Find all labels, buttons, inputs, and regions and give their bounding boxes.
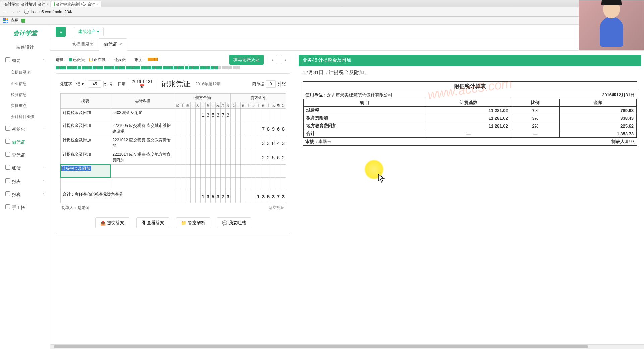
browser-tab[interactable]: 会计学堂实操中心_会计 × xyxy=(51,1,101,7)
digit-cell[interactable] xyxy=(175,109,180,121)
digit-cell[interactable] xyxy=(220,136,225,150)
digit-cell[interactable] xyxy=(251,178,256,190)
digit-cell[interactable] xyxy=(220,178,225,190)
digit-cell[interactable] xyxy=(225,136,230,150)
digit-cell[interactable] xyxy=(251,121,256,136)
digit-cell[interactable] xyxy=(235,178,240,190)
digit-cell[interactable] xyxy=(200,121,205,136)
digit-cell[interactable] xyxy=(215,178,220,190)
digit-cell[interactable] xyxy=(240,190,246,203)
browser-tab[interactable]: 会计学堂_会计培训_会计 × xyxy=(0,1,50,7)
digit-cell[interactable] xyxy=(195,150,200,165)
digit-cell[interactable] xyxy=(175,165,180,178)
digit-cell[interactable]: 5 xyxy=(271,150,276,165)
digit-cell[interactable] xyxy=(235,150,240,165)
digit-cell[interactable] xyxy=(256,150,261,165)
digit-cell[interactable]: 8 xyxy=(281,121,286,136)
digit-cell[interactable]: 5 xyxy=(266,190,271,203)
digit-cell[interactable] xyxy=(240,178,246,190)
digit-cell[interactable] xyxy=(190,190,195,203)
digit-cell[interactable] xyxy=(240,109,246,121)
digit-cell[interactable] xyxy=(195,109,200,121)
digit-cell[interactable]: 3 xyxy=(215,109,220,121)
digit-cell[interactable] xyxy=(225,165,230,178)
forward-icon[interactable]: → xyxy=(10,9,15,15)
prev-button[interactable]: ‹ xyxy=(268,55,277,64)
digit-cell[interactable] xyxy=(246,136,251,150)
bookmark-icon[interactable] xyxy=(21,19,25,23)
sidebar-sub-item[interactable]: 会计科目概要 xyxy=(0,111,50,122)
digit-cell[interactable] xyxy=(185,136,190,150)
sidebar-item[interactable]: 手工帐 xyxy=(0,201,50,214)
digit-cell[interactable]: 3 xyxy=(281,190,286,203)
account-cell[interactable]: 5403 税金及附加 xyxy=(110,109,175,121)
digit-cell[interactable] xyxy=(185,165,190,178)
digit-cell[interactable] xyxy=(195,121,200,136)
digit-cell[interactable]: 1 xyxy=(200,109,205,121)
digit-cell[interactable]: 6 xyxy=(276,121,281,136)
digit-cell[interactable]: 2 xyxy=(261,150,266,165)
info-icon[interactable]: ⓘ xyxy=(24,9,29,15)
close-icon[interactable]: × xyxy=(96,2,98,6)
digit-cell[interactable] xyxy=(276,109,281,121)
url-input[interactable]: lx.acc5.com/main_234/ xyxy=(31,10,635,14)
voucher-word-select[interactable]: 记 ▾ xyxy=(74,80,86,88)
digit-cell[interactable] xyxy=(281,109,286,121)
digit-cell[interactable] xyxy=(225,178,230,190)
sidebar-item[interactable]: 报表˅ xyxy=(0,175,50,188)
tab-voucher[interactable]: 做凭证 × xyxy=(99,38,127,51)
industry-dropdown[interactable]: 建筑地产 ▾ xyxy=(74,27,104,36)
digit-cell[interactable] xyxy=(246,150,251,165)
digit-cell[interactable] xyxy=(225,150,230,165)
digit-cell[interactable]: 2 xyxy=(281,150,286,165)
digit-cell[interactable]: 8 xyxy=(266,121,271,136)
reload-icon[interactable]: ⟳ xyxy=(17,9,21,15)
digit-cell[interactable] xyxy=(220,121,225,136)
digit-cell[interactable] xyxy=(185,150,190,165)
digit-cell[interactable] xyxy=(185,121,190,136)
sidebar-sub-item[interactable]: 税务信息 xyxy=(0,89,50,100)
sidebar-item[interactable]: 做凭证 xyxy=(0,136,50,149)
digit-cell[interactable] xyxy=(210,150,215,165)
account-cell[interactable]: 2221014 应交税费-应交地方教育费附加 xyxy=(110,150,175,165)
digit-cell[interactable] xyxy=(200,165,205,178)
digit-cell[interactable] xyxy=(235,190,240,203)
digit-cell[interactable] xyxy=(230,190,235,203)
digit-cell[interactable] xyxy=(195,190,200,203)
digit-cell[interactable]: 4 xyxy=(276,136,281,150)
horizontal-scrollbar[interactable] xyxy=(50,344,644,349)
digit-cell[interactable] xyxy=(256,121,261,136)
digit-cell[interactable]: 9 xyxy=(271,121,276,136)
voucher-number-input[interactable]: 45 xyxy=(88,80,101,88)
digit-cell[interactable] xyxy=(185,178,190,190)
digit-cell[interactable] xyxy=(210,121,215,136)
close-icon[interactable]: × xyxy=(120,42,122,47)
digit-cell[interactable] xyxy=(235,109,240,121)
spinner-icon[interactable]: ▴▾ xyxy=(277,81,281,87)
digit-cell[interactable] xyxy=(266,165,271,178)
digit-cell[interactable]: 3 xyxy=(205,190,210,203)
analysis-button[interactable]: 📁答案解析 xyxy=(176,217,210,228)
digit-cell[interactable] xyxy=(185,190,190,203)
digit-cell[interactable] xyxy=(190,178,195,190)
digit-cell[interactable] xyxy=(235,121,240,136)
summary-cell[interactable]: 计提税金及附加 xyxy=(60,165,110,178)
tab-catalog[interactable]: 实操目录表 xyxy=(67,38,99,50)
sidebar-sub-item[interactable]: 企业信息 xyxy=(0,78,50,89)
digit-cell[interactable] xyxy=(180,136,185,150)
digit-cell[interactable] xyxy=(175,190,180,203)
sidebar-item[interactable]: 查凭证 xyxy=(0,149,50,162)
summary-cell[interactable]: 计提税金及附加 xyxy=(60,150,110,165)
digit-cell[interactable] xyxy=(210,165,215,178)
account-cell[interactable]: 2221005 应交税费-应交城市维护建设税 xyxy=(110,121,175,136)
digit-cell[interactable]: 5 xyxy=(210,109,215,121)
digit-cell[interactable] xyxy=(266,109,271,121)
digit-cell[interactable] xyxy=(205,178,210,190)
date-input[interactable]: 2016-12-31 📅 xyxy=(128,78,156,90)
view-answer-button[interactable]: 🗄查看答案 xyxy=(136,217,169,228)
back-icon[interactable]: ← xyxy=(3,9,7,15)
digit-cell[interactable]: 3 xyxy=(215,190,220,203)
sidebar-item[interactable]: 概要˄ xyxy=(0,54,50,67)
clear-voucher-link[interactable]: 清空凭证 xyxy=(269,205,285,211)
digit-cell[interactable] xyxy=(205,150,210,165)
